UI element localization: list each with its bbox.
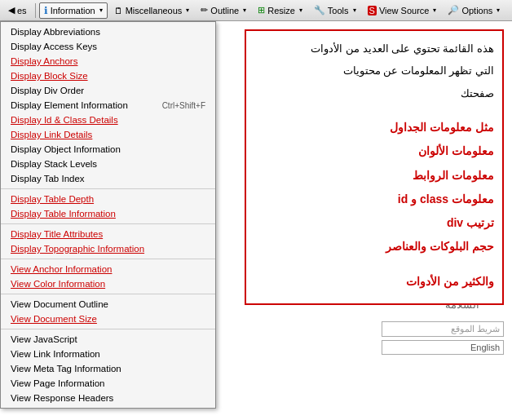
info-line2: التي تظهر المعلومات عن محتويات (254, 61, 494, 80)
resize-icon: ⊞ (258, 5, 265, 15)
toolbar-options[interactable]: 🔎 Options ▾ (443, 2, 505, 18)
info-line8: ترتيب div (254, 213, 494, 233)
info-line4: مثل معلومات الجداول (254, 117, 494, 138)
toolbar-options-label: Options (461, 6, 492, 15)
menu-display-div-order[interactable]: Display Div Order (1, 83, 215, 98)
language-select[interactable]: English (382, 340, 504, 355)
menu-display-stack-levels[interactable]: Display Stack Levels (1, 157, 215, 171)
toolbar-misc-label: Miscellaneous (126, 6, 183, 15)
toolbar-resize-label: Resize (267, 6, 295, 15)
outline-chevron: ▾ (243, 7, 246, 14)
info-line9: حجم البلوكات والعناصر (254, 237, 494, 257)
toolbar-information[interactable]: ℹ Information ▾ (39, 2, 108, 19)
separator-c (1, 259, 215, 259)
toolbar: ◀ es ℹ Information ▾ 🗒 Miscellaneous ▾ ✏… (0, 0, 512, 21)
menu-view-color-info[interactable]: View Color Information (1, 276, 215, 291)
misc-icon: 🗒 (114, 6, 123, 15)
info-line5: معلومات الألوان (254, 141, 494, 161)
info-line3: صفحتك (254, 84, 494, 103)
separator-a (1, 188, 215, 189)
menu-view-doc-size[interactable]: View Document Size (1, 312, 215, 326)
info-icon: ℹ (44, 5, 48, 16)
menu-display-link-details[interactable]: Display Link Details (1, 127, 215, 142)
menu-display-object-info[interactable]: Display Object Information (1, 142, 215, 157)
menu-display-element-info[interactable]: Display Element Information Ctrl+Shift+F (1, 98, 215, 113)
menu-view-response-headers[interactable]: View Response Headers (1, 391, 215, 405)
toolbar-resize[interactable]: ⊞ Resize ▾ (253, 2, 307, 18)
separator-e (1, 329, 215, 329)
menu-view-doc-outline[interactable]: View Document Outline (1, 297, 215, 312)
toolbar-tools-label: Tools (328, 6, 349, 15)
menu-display-id-class[interactable]: Display Id & Class Details (1, 113, 215, 127)
menu-view-meta-tag-info[interactable]: View Meta Tag Information (1, 361, 215, 376)
toolbar-outline[interactable]: ✏ Outline ▾ (196, 2, 251, 18)
info-chevron: ▾ (99, 7, 103, 14)
toolbar-view-source[interactable]: S View Source ▾ (363, 3, 442, 18)
separator-b (1, 223, 215, 224)
menu-display-topo-info[interactable]: Display Topographic Information (1, 241, 215, 256)
separator-1 (35, 3, 36, 18)
info-line10: والكثير من الأدوات (254, 272, 494, 292)
options-chevron: ▾ (497, 7, 500, 14)
info-panel: هذه القائمة تحتوي على العديد من الأدوات … (245, 29, 504, 305)
toolbar-back[interactable]: ◀ es (3, 2, 32, 18)
tools-icon: 🔧 (314, 5, 325, 15)
menu-view-javascript[interactable]: View JavaScript (1, 332, 215, 347)
resize-chevron: ▾ (299, 7, 302, 14)
toolbar-information-label: Information (51, 6, 95, 15)
info-line1: هذه القائمة تحتوي على العديد من الأدوات (254, 39, 494, 58)
view-source-chevron: ▾ (433, 7, 436, 14)
options-icon: 🔎 (448, 5, 459, 15)
menu-display-block-size[interactable]: Display Block Size (1, 69, 215, 83)
information-dropdown: Display Abbreviations Display Access Key… (0, 21, 216, 409)
outline-icon: ✏ (201, 5, 208, 15)
menu-view-page-info[interactable]: View Page Information (1, 376, 215, 391)
menu-display-element-info-shortcut: Ctrl+Shift+F (162, 101, 205, 110)
info-line7: معلومات class و id (254, 189, 494, 210)
toolbar-miscellaneous[interactable]: 🗒 Miscellaneous ▾ (109, 3, 195, 18)
misc-chevron: ▾ (186, 7, 189, 14)
toolbar-view-source-label: View Source (379, 6, 430, 15)
menu-display-abbreviations[interactable]: Display Abbreviations (1, 24, 215, 39)
toolbar-back-label: es (17, 6, 27, 15)
tools-chevron: ▾ (353, 7, 356, 14)
info-line6: معلومات الروابط (254, 166, 494, 186)
menu-display-tab-index[interactable]: Display Tab Index (1, 171, 215, 186)
menu-display-table-depth[interactable]: Display Table Depth (1, 192, 215, 206)
separator-d (1, 294, 215, 294)
back-icon: ◀ (8, 5, 15, 15)
url-input[interactable]: شريط الموقع (382, 321, 504, 337)
menu-display-table-info[interactable]: Display Table Information (1, 206, 215, 221)
menu-display-title-attrs[interactable]: Display Title Attributes (1, 227, 215, 241)
menu-display-element-info-label: Display Element Information (11, 100, 128, 110)
menu-display-access-keys[interactable]: Display Access Keys (1, 39, 215, 54)
menu-view-anchor-info[interactable]: View Anchor Information (1, 262, 215, 276)
menu-view-link-info[interactable]: View Link Information (1, 347, 215, 361)
main-content: المصادر إنتهى تطوير ديرايس السلامة شريط … (0, 21, 512, 420)
view-source-icon: S (368, 6, 377, 15)
toolbar-outline-label: Outline (210, 6, 239, 15)
menu-display-anchors[interactable]: Display Anchors (1, 54, 215, 69)
toolbar-tools[interactable]: 🔧 Tools ▾ (309, 2, 361, 18)
